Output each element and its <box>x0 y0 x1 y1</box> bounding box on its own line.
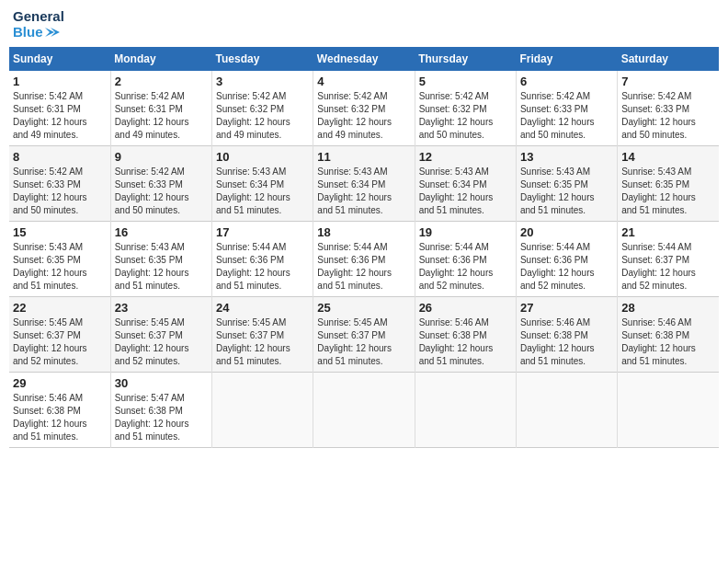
day-number: 8 <box>13 150 107 164</box>
calendar-cell: 25Sunrise: 5:45 AM Sunset: 6:37 PM Dayli… <box>313 297 415 373</box>
day-info: Sunrise: 5:43 AM Sunset: 6:35 PM Dayligh… <box>13 241 107 293</box>
day-number: 28 <box>621 301 715 315</box>
calendar-cell: 30Sunrise: 5:47 AM Sunset: 6:38 PM Dayli… <box>110 373 211 448</box>
day-info: Sunrise: 5:42 AM Sunset: 6:33 PM Dayligh… <box>13 166 107 217</box>
day-number: 4 <box>317 75 410 88</box>
calendar-header: SundayMondayTuesdayWednesdayThursdayFrid… <box>9 47 719 71</box>
weekday-friday: Friday <box>516 47 617 71</box>
day-info: Sunrise: 5:43 AM Sunset: 6:35 PM Dayligh… <box>115 241 208 293</box>
calendar-cell: 5Sunrise: 5:42 AM Sunset: 6:32 PM Daylig… <box>415 71 516 146</box>
calendar-cell: 2Sunrise: 5:42 AM Sunset: 6:31 PM Daylig… <box>110 71 211 146</box>
calendar-cell: 7Sunrise: 5:42 AM Sunset: 6:33 PM Daylig… <box>618 71 719 146</box>
day-number: 10 <box>216 150 309 164</box>
day-number: 27 <box>520 301 613 315</box>
day-number: 21 <box>621 225 715 239</box>
day-number: 6 <box>520 75 613 88</box>
week-row-1: 1Sunrise: 5:42 AM Sunset: 6:31 PM Daylig… <box>9 71 719 146</box>
calendar-cell: 8Sunrise: 5:42 AM Sunset: 6:33 PM Daylig… <box>9 146 110 222</box>
calendar-cell: 19Sunrise: 5:44 AM Sunset: 6:36 PM Dayli… <box>415 222 516 297</box>
calendar-cell: 18Sunrise: 5:44 AM Sunset: 6:36 PM Dayli… <box>313 222 415 297</box>
week-row-5: 29Sunrise: 5:46 AM Sunset: 6:38 PM Dayli… <box>9 373 719 448</box>
calendar-cell <box>212 373 313 448</box>
logo-general: General <box>13 9 64 25</box>
day-number: 30 <box>115 376 208 390</box>
day-number: 12 <box>419 150 512 164</box>
calendar-cell: 9Sunrise: 5:42 AM Sunset: 6:33 PM Daylig… <box>110 146 211 222</box>
day-number: 3 <box>216 75 309 88</box>
day-info: Sunrise: 5:43 AM Sunset: 6:34 PM Dayligh… <box>317 166 410 217</box>
day-number: 14 <box>621 150 715 164</box>
calendar-cell: 14Sunrise: 5:43 AM Sunset: 6:35 PM Dayli… <box>618 146 719 222</box>
calendar-cell: 10Sunrise: 5:43 AM Sunset: 6:34 PM Dayli… <box>212 146 313 222</box>
day-number: 25 <box>317 301 410 315</box>
day-info: Sunrise: 5:42 AM Sunset: 6:33 PM Dayligh… <box>115 166 208 217</box>
day-info: Sunrise: 5:46 AM Sunset: 6:38 PM Dayligh… <box>13 392 107 443</box>
weekday-saturday: Saturday <box>618 47 719 71</box>
calendar-cell: 13Sunrise: 5:43 AM Sunset: 6:35 PM Dayli… <box>516 146 617 222</box>
weekday-header-row: SundayMondayTuesdayWednesdayThursdayFrid… <box>9 47 719 71</box>
weekday-thursday: Thursday <box>415 47 516 71</box>
weekday-wednesday: Wednesday <box>313 47 415 71</box>
calendar-cell <box>516 373 617 448</box>
calendar-cell: 12Sunrise: 5:43 AM Sunset: 6:34 PM Dayli… <box>415 146 516 222</box>
day-info: Sunrise: 5:42 AM Sunset: 6:33 PM Dayligh… <box>621 90 715 142</box>
calendar-cell <box>415 373 516 448</box>
day-info: Sunrise: 5:44 AM Sunset: 6:36 PM Dayligh… <box>419 241 512 293</box>
day-number: 16 <box>115 225 208 239</box>
calendar-cell: 4Sunrise: 5:42 AM Sunset: 6:32 PM Daylig… <box>313 71 415 146</box>
day-number: 13 <box>520 150 613 164</box>
day-info: Sunrise: 5:45 AM Sunset: 6:37 PM Dayligh… <box>13 316 107 368</box>
logo: General Blue <box>13 9 64 40</box>
day-number: 7 <box>621 75 715 88</box>
day-info: Sunrise: 5:42 AM Sunset: 6:31 PM Dayligh… <box>115 90 208 142</box>
day-info: Sunrise: 5:43 AM Sunset: 6:35 PM Dayligh… <box>621 166 715 217</box>
day-info: Sunrise: 5:44 AM Sunset: 6:36 PM Dayligh… <box>317 241 410 293</box>
calendar-cell: 29Sunrise: 5:46 AM Sunset: 6:38 PM Dayli… <box>9 373 110 448</box>
calendar-body: 1Sunrise: 5:42 AM Sunset: 6:31 PM Daylig… <box>9 71 719 448</box>
calendar-cell: 15Sunrise: 5:43 AM Sunset: 6:35 PM Dayli… <box>9 222 110 297</box>
day-number: 11 <box>317 150 410 164</box>
day-info: Sunrise: 5:45 AM Sunset: 6:37 PM Dayligh… <box>115 316 208 368</box>
day-info: Sunrise: 5:47 AM Sunset: 6:38 PM Dayligh… <box>115 392 208 443</box>
calendar-cell: 21Sunrise: 5:44 AM Sunset: 6:37 PM Dayli… <box>618 222 719 297</box>
day-number: 15 <box>13 225 107 239</box>
week-row-4: 22Sunrise: 5:45 AM Sunset: 6:37 PM Dayli… <box>9 297 719 373</box>
calendar-cell: 28Sunrise: 5:46 AM Sunset: 6:38 PM Dayli… <box>618 297 719 373</box>
day-number: 5 <box>419 75 512 88</box>
day-number: 23 <box>115 301 208 315</box>
calendar-cell: 26Sunrise: 5:46 AM Sunset: 6:38 PM Dayli… <box>415 297 516 373</box>
day-number: 19 <box>419 225 512 239</box>
calendar-cell <box>313 373 415 448</box>
calendar-cell: 22Sunrise: 5:45 AM Sunset: 6:37 PM Dayli… <box>9 297 110 373</box>
day-info: Sunrise: 5:45 AM Sunset: 6:37 PM Dayligh… <box>317 316 410 368</box>
calendar-cell: 11Sunrise: 5:43 AM Sunset: 6:34 PM Dayli… <box>313 146 415 222</box>
weekday-tuesday: Tuesday <box>212 47 313 71</box>
day-info: Sunrise: 5:46 AM Sunset: 6:38 PM Dayligh… <box>419 316 512 368</box>
day-number: 1 <box>13 75 107 88</box>
day-info: Sunrise: 5:44 AM Sunset: 6:36 PM Dayligh… <box>216 241 309 293</box>
calendar-cell: 20Sunrise: 5:44 AM Sunset: 6:36 PM Dayli… <box>516 222 617 297</box>
calendar-cell: 24Sunrise: 5:45 AM Sunset: 6:37 PM Dayli… <box>212 297 313 373</box>
day-info: Sunrise: 5:43 AM Sunset: 6:35 PM Dayligh… <box>520 166 613 217</box>
day-info: Sunrise: 5:45 AM Sunset: 6:37 PM Dayligh… <box>216 316 309 368</box>
day-number: 18 <box>317 225 410 239</box>
day-number: 29 <box>13 376 107 390</box>
day-number: 20 <box>520 225 613 239</box>
logo-blue: Blue <box>13 25 43 40</box>
day-info: Sunrise: 5:42 AM Sunset: 6:33 PM Dayligh… <box>520 90 613 142</box>
page-header: General Blue <box>9 9 719 40</box>
day-info: Sunrise: 5:42 AM Sunset: 6:31 PM Dayligh… <box>13 90 107 142</box>
calendar-cell: 27Sunrise: 5:46 AM Sunset: 6:38 PM Dayli… <box>516 297 617 373</box>
weekday-sunday: Sunday <box>9 47 110 71</box>
day-number: 26 <box>419 301 512 315</box>
logo-arrow-icon <box>45 26 62 39</box>
day-info: Sunrise: 5:43 AM Sunset: 6:34 PM Dayligh… <box>216 166 309 217</box>
calendar-table: SundayMondayTuesdayWednesdayThursdayFrid… <box>9 47 719 448</box>
day-info: Sunrise: 5:42 AM Sunset: 6:32 PM Dayligh… <box>216 90 309 142</box>
week-row-2: 8Sunrise: 5:42 AM Sunset: 6:33 PM Daylig… <box>9 146 719 222</box>
calendar-cell <box>618 373 719 448</box>
calendar-cell: 1Sunrise: 5:42 AM Sunset: 6:31 PM Daylig… <box>9 71 110 146</box>
day-info: Sunrise: 5:42 AM Sunset: 6:32 PM Dayligh… <box>317 90 410 142</box>
day-info: Sunrise: 5:46 AM Sunset: 6:38 PM Dayligh… <box>520 316 613 368</box>
day-info: Sunrise: 5:44 AM Sunset: 6:37 PM Dayligh… <box>621 241 715 293</box>
